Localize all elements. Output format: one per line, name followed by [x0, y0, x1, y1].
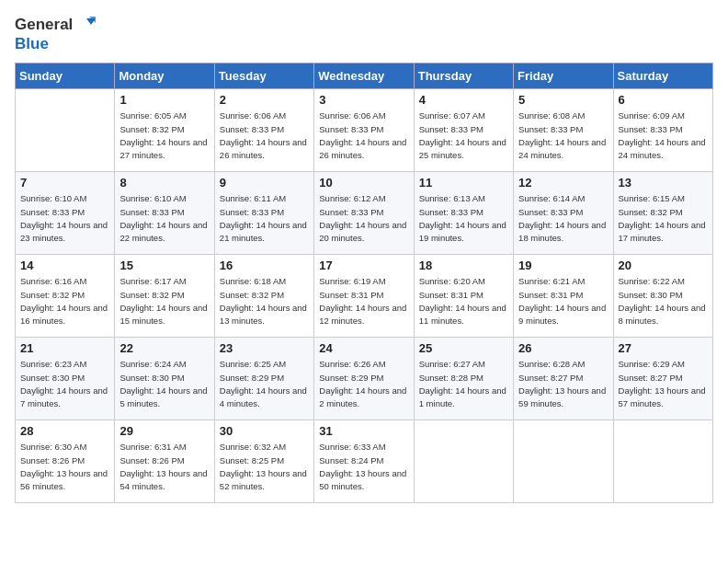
weekday-header-thursday: Thursday [414, 63, 513, 89]
weekday-header-wednesday: Wednesday [314, 63, 414, 89]
day-number: 9 [220, 176, 309, 190]
weekday-header-friday: Friday [514, 63, 613, 89]
day-number: 10 [319, 176, 408, 190]
weekday-header-tuesday: Tuesday [214, 63, 313, 89]
day-info: Sunrise: 6:08 AMSunset: 8:33 PMDaylight:… [518, 109, 608, 162]
day-info: Sunrise: 6:14 AMSunset: 8:33 PMDaylight:… [518, 192, 608, 245]
logo-bird-icon [75, 15, 96, 35]
day-info: Sunrise: 6:33 AMSunset: 8:24 PMDaylight:… [319, 441, 408, 493]
calendar-cell: 14Sunrise: 6:16 AMSunset: 8:32 PMDayligh… [16, 255, 115, 338]
calendar-cell: 15Sunrise: 6:17 AMSunset: 8:32 PMDayligh… [115, 255, 214, 338]
day-number: 24 [319, 341, 408, 355]
calendar-cell: 10Sunrise: 6:12 AMSunset: 8:33 PMDayligh… [314, 172, 414, 255]
calendar-cell: 7Sunrise: 6:10 AMSunset: 8:33 PMDaylight… [16, 172, 115, 255]
day-number: 22 [119, 341, 209, 355]
day-info: Sunrise: 6:28 AMSunset: 8:27 PMDaylight:… [518, 358, 608, 410]
day-number: 30 [220, 424, 309, 438]
day-info: Sunrise: 6:25 AMSunset: 8:29 PMDaylight:… [220, 358, 309, 410]
day-number: 8 [119, 176, 209, 190]
day-info: Sunrise: 6:05 AMSunset: 8:32 PMDaylight:… [119, 109, 209, 162]
calendar-cell: 27Sunrise: 6:29 AMSunset: 8:27 PMDayligh… [613, 338, 712, 420]
day-number: 17 [319, 259, 408, 272]
calendar-cell: 22Sunrise: 6:24 AMSunset: 8:30 PMDayligh… [115, 338, 214, 420]
day-info: Sunrise: 6:20 AMSunset: 8:31 PMDaylight:… [419, 275, 508, 327]
day-info: Sunrise: 6:24 AMSunset: 8:30 PMDaylight:… [119, 358, 209, 410]
calendar-cell: 9Sunrise: 6:11 AMSunset: 8:33 PMDaylight… [214, 172, 313, 255]
day-info: Sunrise: 6:11 AMSunset: 8:33 PMDaylight:… [220, 192, 309, 245]
day-info: Sunrise: 6:19 AMSunset: 8:31 PMDaylight:… [319, 275, 408, 327]
day-number: 27 [619, 341, 708, 355]
day-info: Sunrise: 6:06 AMSunset: 8:33 PMDaylight:… [319, 109, 408, 162]
weekday-header-saturday: Saturday [613, 63, 712, 89]
day-number: 18 [419, 259, 508, 272]
calendar-cell: 20Sunrise: 6:22 AMSunset: 8:30 PMDayligh… [613, 255, 712, 338]
day-info: Sunrise: 6:17 AMSunset: 8:32 PMDaylight:… [119, 275, 209, 327]
calendar-cell: 2Sunrise: 6:06 AMSunset: 8:33 PMDaylight… [214, 89, 313, 172]
calendar-cell: 18Sunrise: 6:20 AMSunset: 8:31 PMDayligh… [414, 255, 513, 338]
calendar-cell: 19Sunrise: 6:21 AMSunset: 8:31 PMDayligh… [514, 255, 613, 338]
calendar-cell: 24Sunrise: 6:26 AMSunset: 8:29 PMDayligh… [314, 338, 414, 420]
day-number: 20 [619, 259, 708, 272]
day-number: 15 [119, 259, 209, 272]
day-number: 28 [20, 424, 109, 438]
day-info: Sunrise: 6:07 AMSunset: 8:33 PMDaylight:… [419, 109, 508, 162]
day-info: Sunrise: 6:10 AMSunset: 8:33 PMDaylight:… [119, 192, 209, 245]
day-number: 4 [419, 93, 508, 107]
weekday-header-monday: Monday [115, 63, 214, 89]
day-info: Sunrise: 6:16 AMSunset: 8:32 PMDaylight:… [20, 275, 109, 327]
day-number: 2 [220, 93, 309, 107]
calendar-cell: 8Sunrise: 6:10 AMSunset: 8:33 PMDaylight… [115, 172, 214, 255]
calendar-cell: 11Sunrise: 6:13 AMSunset: 8:33 PMDayligh… [414, 172, 513, 255]
day-info: Sunrise: 6:15 AMSunset: 8:32 PMDaylight:… [619, 192, 708, 245]
day-info: Sunrise: 6:32 AMSunset: 8:25 PMDaylight:… [220, 441, 309, 493]
week-row-3: 14Sunrise: 6:16 AMSunset: 8:32 PMDayligh… [16, 255, 713, 338]
week-row-1: 1Sunrise: 6:05 AMSunset: 8:32 PMDaylight… [16, 89, 713, 172]
day-number: 26 [518, 341, 608, 355]
day-info: Sunrise: 6:10 AMSunset: 8:33 PMDaylight:… [20, 192, 109, 245]
calendar-cell: 12Sunrise: 6:14 AMSunset: 8:33 PMDayligh… [514, 172, 613, 255]
day-info: Sunrise: 6:06 AMSunset: 8:33 PMDaylight:… [220, 109, 309, 162]
day-number: 19 [518, 259, 608, 272]
week-row-4: 21Sunrise: 6:23 AMSunset: 8:30 PMDayligh… [16, 338, 713, 420]
day-info: Sunrise: 6:26 AMSunset: 8:29 PMDaylight:… [319, 358, 408, 410]
calendar-cell: 25Sunrise: 6:27 AMSunset: 8:28 PMDayligh… [414, 338, 513, 420]
logo-text: General Blue [15, 15, 96, 53]
day-number: 1 [119, 93, 209, 107]
calendar-cell [414, 420, 513, 503]
day-info: Sunrise: 6:30 AMSunset: 8:26 PMDaylight:… [20, 441, 109, 493]
calendar-cell: 29Sunrise: 6:31 AMSunset: 8:26 PMDayligh… [115, 420, 214, 503]
calendar-cell [613, 420, 712, 503]
calendar-cell: 3Sunrise: 6:06 AMSunset: 8:33 PMDaylight… [314, 89, 414, 172]
day-number: 23 [220, 341, 309, 355]
calendar-cell: 30Sunrise: 6:32 AMSunset: 8:25 PMDayligh… [214, 420, 313, 503]
weekday-header-sunday: Sunday [16, 63, 115, 89]
day-info: Sunrise: 6:29 AMSunset: 8:27 PMDaylight:… [619, 358, 708, 410]
day-info: Sunrise: 6:18 AMSunset: 8:32 PMDaylight:… [220, 275, 309, 327]
day-info: Sunrise: 6:27 AMSunset: 8:28 PMDaylight:… [419, 358, 508, 410]
logo: General Blue [15, 15, 96, 53]
calendar-cell: 28Sunrise: 6:30 AMSunset: 8:26 PMDayligh… [16, 420, 115, 503]
calendar-cell: 4Sunrise: 6:07 AMSunset: 8:33 PMDaylight… [414, 89, 513, 172]
day-number: 25 [419, 341, 508, 355]
calendar-cell [16, 89, 115, 172]
calendar-table: SundayMondayTuesdayWednesdayThursdayFrid… [15, 63, 713, 503]
day-number: 13 [619, 176, 708, 190]
day-info: Sunrise: 6:12 AMSunset: 8:33 PMDaylight:… [319, 192, 408, 245]
calendar-cell: 13Sunrise: 6:15 AMSunset: 8:32 PMDayligh… [613, 172, 712, 255]
day-number: 12 [518, 176, 608, 190]
weekday-header-row: SundayMondayTuesdayWednesdayThursdayFrid… [16, 63, 713, 89]
week-row-2: 7Sunrise: 6:10 AMSunset: 8:33 PMDaylight… [16, 172, 713, 255]
day-number: 29 [119, 424, 209, 438]
day-number: 21 [20, 341, 109, 355]
day-info: Sunrise: 6:21 AMSunset: 8:31 PMDaylight:… [518, 275, 608, 327]
day-number: 14 [20, 259, 109, 272]
calendar-cell: 23Sunrise: 6:25 AMSunset: 8:29 PMDayligh… [214, 338, 313, 420]
day-number: 7 [20, 176, 109, 190]
calendar-cell: 31Sunrise: 6:33 AMSunset: 8:24 PMDayligh… [314, 420, 414, 503]
day-number: 6 [619, 93, 708, 107]
calendar-cell: 1Sunrise: 6:05 AMSunset: 8:32 PMDaylight… [115, 89, 214, 172]
calendar-cell: 17Sunrise: 6:19 AMSunset: 8:31 PMDayligh… [314, 255, 414, 338]
calendar-cell: 5Sunrise: 6:08 AMSunset: 8:33 PMDaylight… [514, 89, 613, 172]
day-number: 11 [419, 176, 508, 190]
calendar-cell: 16Sunrise: 6:18 AMSunset: 8:32 PMDayligh… [214, 255, 313, 338]
